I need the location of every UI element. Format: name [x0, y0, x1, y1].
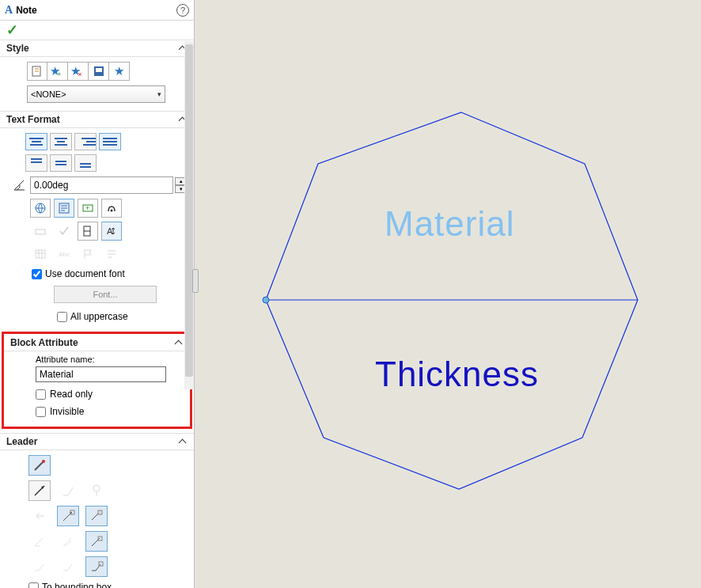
valign-middle-button[interactable] [50, 154, 72, 172]
blockattr-section-title: Block Attribute [10, 337, 176, 348]
readonly-checkbox[interactable] [36, 389, 46, 400]
to-bbox-label: To bounding box [42, 582, 112, 588]
all-uppercase-row[interactable]: All uppercase [57, 311, 188, 322]
confirm-row: ✓ [0, 21, 194, 40]
leader-bent-button [57, 480, 79, 501]
svg-point-13 [111, 210, 113, 212]
style-icon-row: ★+ ★× ★ [27, 62, 188, 81]
leader-jog-c[interactable] [85, 556, 108, 577]
drawing-canvas[interactable]: Material Thickness [195, 0, 701, 588]
angle-icon [9, 176, 28, 194]
insert-dim-icon [30, 222, 51, 241]
leader-nearest-button[interactable] [85, 506, 108, 526]
use-doc-font-checkbox[interactable] [32, 269, 42, 279]
all-uppercase-label: All uppercase [70, 311, 128, 322]
load-favorite-icon[interactable]: ★ [109, 62, 130, 81]
octagon-shape [195, 0, 701, 588]
svg-rect-2 [96, 68, 102, 72]
align-justify-button[interactable] [99, 133, 121, 150]
hyperlink-icon[interactable] [30, 199, 51, 218]
stack-icon[interactable] [78, 222, 98, 241]
svg-marker-26 [266, 112, 638, 489]
save-favorite-icon[interactable] [89, 62, 109, 81]
canvas-bottom-label[interactable]: Thickness [375, 355, 539, 394]
align-center-button[interactable] [50, 133, 72, 150]
valign-top-button[interactable] [25, 154, 47, 172]
invisible-label: Invisible [50, 406, 84, 417]
to-bbox-checkbox[interactable] [28, 582, 39, 589]
abc-icon: Abc [54, 245, 74, 264]
svg-point-20 [93, 485, 100, 491]
svg-text:+: + [85, 204, 89, 212]
svg-text:A: A [107, 226, 113, 236]
chevron-down-icon: ▾ [157, 90, 161, 98]
ok-button[interactable]: ✓ [6, 21, 18, 39]
style-section-body: ★+ ★× ★ <NONE> ▾ [0, 57, 194, 111]
textformat-section-title: Text Format [6, 114, 180, 125]
chevron-up-icon [180, 438, 188, 446]
textformat-section-header[interactable]: Text Format [0, 111, 194, 128]
panel-title: Note [16, 5, 176, 16]
leader-multi-a [28, 531, 51, 552]
leader-jog-b [57, 556, 79, 577]
chevron-up-icon [176, 339, 184, 347]
format-icon-grid: + A Abc [30, 199, 188, 264]
add-favorite-icon[interactable]: ★+ [47, 62, 68, 81]
table-icon [30, 245, 51, 264]
panel-scrollbar[interactable] [184, 41, 194, 389]
horizontal-align-row [25, 133, 188, 150]
svg-rect-24 [98, 537, 102, 541]
attribute-name-input[interactable] [36, 366, 166, 382]
style-dropdown[interactable]: <NONE> ▾ [27, 85, 165, 103]
textformat-section-body: ▴▾ + A Abc Use doc [0, 128, 194, 330]
check-icon [54, 222, 74, 241]
leader-auto-button[interactable] [57, 506, 79, 526]
invisible-row[interactable]: Invisible [36, 406, 184, 417]
properties-panel: A Note ? ✓ Style ★+ ★× ★ <NONE> ▾ Text F… [0, 0, 195, 588]
use-doc-font-checkbox-row[interactable]: Use document font [32, 268, 188, 279]
use-doc-font-label: Use document font [45, 268, 125, 279]
delete-favorite-icon[interactable]: ★× [68, 62, 89, 81]
to-bbox-row[interactable]: To bounding box [28, 582, 188, 588]
apply-default-icon[interactable] [27, 62, 47, 81]
leader-section-header[interactable]: Leader [0, 433, 194, 450]
svg-point-28 [263, 297, 269, 303]
blockattr-body: Attribute name: Read only Invisible [4, 351, 190, 427]
block-attribute-highlight: Block Attribute Attribute name: Read onl… [2, 332, 192, 429]
all-uppercase-checkbox[interactable] [57, 312, 67, 322]
panel-header: A Note ? [0, 0, 194, 21]
valign-bottom-button[interactable] [74, 154, 97, 172]
align-left-button[interactable] [25, 133, 47, 150]
leader-multi-c[interactable] [85, 531, 108, 552]
angle-row: ▴▾ [9, 176, 188, 194]
leader-multi-b [57, 531, 79, 552]
lock-view-icon[interactable] [101, 199, 122, 218]
flag-icon [78, 245, 98, 264]
leader-body: To bounding box [0, 450, 194, 588]
leader-jog-a [28, 556, 51, 577]
blockattr-section-header[interactable]: Block Attribute [4, 334, 190, 351]
invisible-checkbox[interactable] [36, 407, 46, 417]
help-icon[interactable]: ? [176, 4, 189, 17]
fit-text-icon[interactable]: A [101, 222, 122, 241]
paragraph-icon [101, 245, 122, 264]
linked-text-icon[interactable] [54, 199, 74, 218]
insert-gtol-icon[interactable]: + [78, 199, 98, 218]
svg-rect-18 [36, 250, 45, 258]
svg-rect-23 [98, 510, 102, 514]
svg-rect-14 [36, 230, 45, 234]
style-dropdown-value: <NONE> [31, 89, 157, 99]
style-section-header[interactable]: Style [0, 40, 194, 57]
note-icon: A [5, 4, 13, 17]
leader-balloon-button [85, 480, 108, 501]
readonly-row[interactable]: Read only [36, 389, 184, 400]
readonly-label: Read only [50, 389, 93, 400]
angle-input[interactable] [30, 176, 173, 194]
leader-straight-button[interactable] [28, 480, 51, 501]
canvas-top-label[interactable]: Material [385, 204, 515, 244]
align-right-button[interactable] [74, 133, 97, 150]
scroll-thumb[interactable] [185, 44, 193, 377]
style-section-title: Style [6, 43, 180, 54]
leader-none-button[interactable] [28, 455, 51, 476]
vertical-align-row [25, 154, 188, 172]
